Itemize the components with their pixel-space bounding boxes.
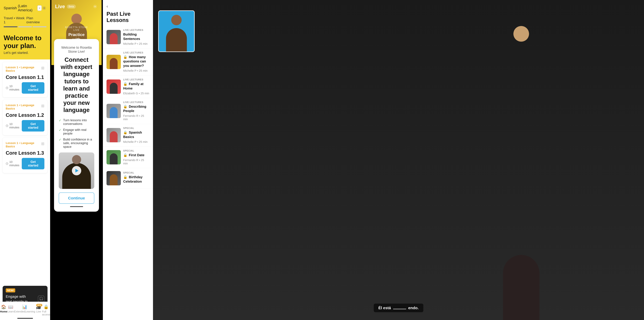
lesson-time-label-2: 10 minutes (9, 122, 22, 129)
live-settings-button[interactable] (92, 4, 98, 9)
settings-button[interactable] (42, 5, 46, 11)
nav-item-home[interactable]: 🏠 Home (0, 305, 7, 316)
modal-headline: Connect with expert language tutors to l… (59, 56, 94, 114)
lesson-type-1: LIVE LECTURES (123, 29, 149, 31)
lesson-card-3: Lesson 1 • Language Basics ⊞ Core Lesson… (2, 138, 48, 173)
quiz-blank (393, 309, 406, 309)
lesson-bottom-1: 10 minutes Get started (6, 82, 44, 94)
quiz-text: Él está (378, 306, 391, 310)
nav-item-live[interactable]: 🎥 NEW Live (35, 305, 42, 316)
plan-overview-link[interactable]: Plan overview (26, 16, 46, 24)
past-live-lessons-screen: ‹ Past Live Lessons LIVE LECTURES Buildi… (103, 0, 153, 320)
language-dropdown-button[interactable] (37, 5, 42, 11)
lesson-info-1: LIVE LECTURES Building Sentences Michell… (123, 29, 149, 45)
nav-label-full-access: Full access (42, 310, 50, 316)
list-item[interactable]: SPECIAL 🔒 First Date Fernando R • 25 min (103, 147, 153, 168)
headphone-icon: 🎧 (38, 296, 44, 302)
lesson-top-row-1: Lesson 1 • Language Basics ⊞ (6, 66, 44, 72)
lock-icon-6: 🔒 (123, 153, 127, 157)
modal-bullets: ✓ Turn lessons into conversations ✓ Enga… (59, 118, 94, 149)
self-view (158, 10, 195, 52)
list-item[interactable]: LIVE LECTURES 🔒 Family at Home Elizabeth… (103, 75, 153, 98)
lesson-bottom-2: 10 minutes Get started (6, 120, 44, 131)
person-body-1 (110, 33, 118, 44)
lessons-section: Lesson 1 • Language Basics ⊞ Core Lesson… (0, 59, 50, 286)
lesson-bottom-3: 10 minutes Get started (6, 158, 44, 169)
list-item[interactable]: LIVE LECTURES 🔒 How many questions can y… (103, 48, 153, 75)
layers-icon-2: ⊞ (41, 104, 44, 108)
lesson-type-3: LIVE LECTURES (123, 78, 149, 81)
progress-seg-3 (33, 26, 46, 27)
list-item[interactable]: SPECIAL 🔒 Birthday Celebration (103, 168, 153, 188)
list-item[interactable]: LIVE LECTURES Building Sentences Michell… (103, 26, 153, 48)
lock-icon-3: 🔒 (123, 82, 127, 86)
lesson-time-label-3: 10 minutes (9, 160, 22, 167)
lock-icon-5: 🔒 (123, 130, 127, 134)
lesson-name-7: 🔒 Birthday Celebration (123, 175, 149, 184)
home-icon: 🏠 (1, 305, 6, 309)
lesson-thumb-4 (106, 104, 121, 118)
language-region-label: (Latin America) (18, 4, 36, 12)
home-indicator (17, 318, 33, 319)
nav-label-learn: Learn (7, 310, 14, 313)
progress-bar (4, 26, 46, 31)
self-view-body (166, 28, 187, 51)
list-item[interactable]: SPECIAL 🔒 Spanish Basics Michelle P • 25… (103, 124, 153, 147)
lesson-thumb-5 (106, 128, 121, 142)
layers-icon-3: ⊞ (41, 141, 44, 146)
thumb-person-7 (106, 171, 121, 185)
check-icon-3: ✓ (59, 138, 61, 142)
get-started-button-3[interactable]: Get started (22, 158, 44, 169)
continue-button[interactable]: Continue (59, 193, 94, 204)
nav-item-learn[interactable]: 📖 Learn (7, 305, 14, 316)
layers-icon-1: ⊞ (41, 66, 44, 70)
modal-bullet-1: ✓ Turn lessons into conversations (59, 118, 94, 126)
person-body-4 (110, 107, 118, 118)
get-started-button-2[interactable]: Get started (22, 120, 44, 131)
lock-icon-7: 🔒 (123, 175, 127, 179)
person-body-3 (110, 83, 118, 94)
plan-bar: Travel • Week 1 Plan overview (4, 15, 46, 26)
check-icon-1: ✓ (59, 119, 61, 122)
welcome-section: Welcome to your plan. Let's get started. (0, 31, 50, 59)
nav-item-full-access[interactable]: 🔒 Full access (42, 305, 50, 316)
lesson-thumb-2 (106, 55, 121, 69)
lesson-name-5: 🔒 Spanish Basics (123, 130, 149, 139)
lesson-instructor-3: Elizabeth G • 25 min (123, 92, 149, 95)
self-view-person (159, 11, 194, 51)
lesson-info-5: SPECIAL 🔒 Spanish Basics Michelle P • 25… (123, 127, 149, 144)
lesson-type-4: LIVE LECTURES (123, 101, 149, 104)
modal-home-indicator (70, 206, 83, 207)
lesson-name-1: Building Sentences (123, 32, 149, 41)
check-icon-2: ✓ (59, 128, 61, 132)
person-body-7 (110, 174, 118, 185)
panel3-header: ‹ (103, 0, 153, 11)
lesson-type-5: SPECIAL (123, 127, 149, 130)
lesson-card-2: Lesson 1 • Language Basics ⊞ Core Lesson… (2, 100, 48, 135)
live-title-row: Live Beta (55, 4, 76, 9)
get-started-button-1[interactable]: Get started (22, 82, 44, 94)
main-video: Él está endo. (153, 0, 644, 320)
nav-label-live: Live (36, 310, 41, 313)
thumb-person-6 (106, 150, 121, 164)
lesson-name-4: 🔒 Describing People (123, 104, 149, 113)
main-video-person (153, 0, 644, 320)
home-header: Spanish (Latin America) Travel • Week 1 … (0, 0, 50, 31)
new-badge: NEW! (6, 288, 15, 293)
list-item[interactable]: LIVE LECTURES 🔒 Describing People Fernan… (103, 98, 153, 124)
full-access-icon: 🔒 (44, 305, 49, 309)
modal-bullet-3: ✓ Build confidence in a safe, encouragin… (59, 138, 94, 149)
welcome-sub: Let's get started. (4, 51, 46, 55)
back-button[interactable]: ‹ (106, 4, 108, 9)
nav-item-extended[interactable]: 📊 ExtendedLearning (14, 305, 35, 316)
play-button[interactable] (72, 166, 81, 175)
lesson-thumb-1 (106, 30, 121, 44)
lesson-list: LIVE LECTURES Building Sentences Michell… (103, 26, 153, 320)
lock-icon-4: 🔒 (123, 105, 127, 108)
lesson-time-3: 10 minutes (6, 160, 22, 167)
video-call-screen: Él está endo. (153, 0, 644, 320)
language-selector-left: Spanish (Latin America) (4, 4, 42, 12)
modal-video-container (59, 152, 94, 189)
bullet-text-1: Turn lessons into conversations (63, 118, 94, 126)
thumb-person-4 (106, 104, 121, 118)
